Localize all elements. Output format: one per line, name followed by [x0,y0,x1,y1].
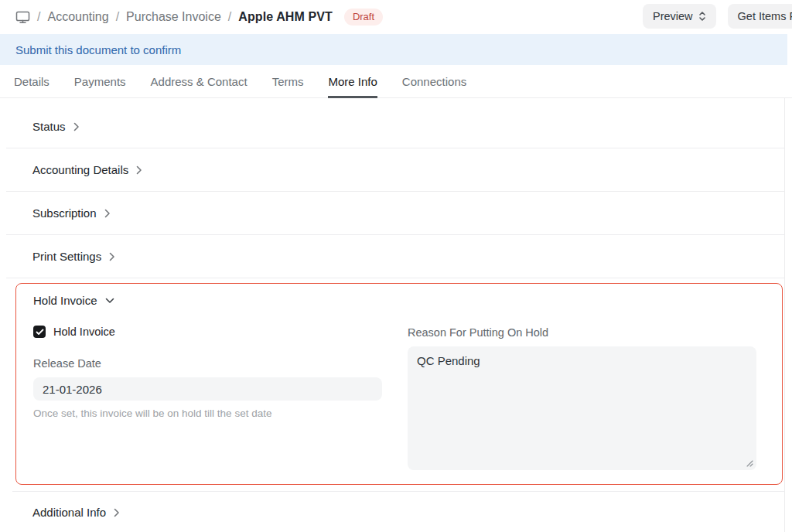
hold-invoice-fields: Hold Invoice Release Date Once set, this… [33,326,756,470]
section-additional-info[interactable]: Additional Info [6,492,784,532]
reason-textarea-wrap: QC Pending [408,346,756,470]
release-date-label: Release Date [33,357,382,370]
section-hold-invoice-header[interactable]: Hold Invoice [33,294,756,307]
get-items-button-label: Get Items F [738,10,792,22]
form-sections: Status Accounting Details Subscription P… [6,98,784,532]
preview-button[interactable]: Preview [643,4,716,29]
submit-banner: Submit this document to confirm [0,34,787,65]
section-hold-invoice-title: Hold Invoice [33,294,97,307]
chevron-right-icon [109,252,115,261]
header-actions: Preview Get Items F [643,4,792,29]
breadcrumb-separator: / [37,10,40,24]
section-subscription-label: Subscription [32,206,97,220]
monitor-icon[interactable] [15,10,30,24]
status-badge: Draft [344,9,383,26]
tab-details[interactable]: Details [14,65,50,98]
section-additional-info-label: Additional Info [32,506,106,519]
section-status[interactable]: Status [6,98,784,148]
breadcrumb-link-accounting[interactable]: Accounting [47,10,108,24]
tab-connections[interactable]: Connections [402,65,466,98]
header-bar: / Accounting / Purchase Invoice / Apple … [0,0,792,34]
reason-label: Reason For Putting On Hold [408,326,756,339]
submit-banner-message: Submit this document to confirm [15,43,181,56]
hold-invoice-left-column: Hold Invoice Release Date Once set, this… [33,326,382,470]
chevron-right-icon [73,122,80,131]
tab-more-info[interactable]: More Info [328,65,377,98]
purchase-invoice-page: / Accounting / Purchase Invoice / Apple … [0,0,792,532]
tab-terms[interactable]: Terms [272,65,304,98]
hold-invoice-checkbox[interactable] [33,326,46,338]
get-items-button[interactable]: Get Items F [728,4,792,29]
form-tabs: Details Payments Address & Contact Terms… [0,65,792,98]
tab-payments[interactable]: Payments [74,65,126,98]
reason-textarea[interactable]: QC Pending [408,346,756,470]
breadcrumb: / Accounting / Purchase Invoice / Apple … [15,9,383,26]
breadcrumb-separator: / [116,10,119,24]
release-date-input[interactable] [33,377,382,401]
section-accounting-details[interactable]: Accounting Details [6,148,784,192]
hold-invoice-checkbox-label: Hold Invoice [53,326,115,338]
hold-invoice-checkbox-field[interactable]: Hold Invoice [33,326,382,338]
section-hold-invoice-highlighted: Hold Invoice Hold Invoice Release Date [15,283,783,485]
vertical-scrollbar[interactable] [784,68,792,532]
section-print-settings[interactable]: Print Settings [6,235,784,278]
chevron-right-icon [114,508,120,517]
chevron-right-icon [104,209,111,218]
tab-address-contact[interactable]: Address & Contact [151,65,248,98]
breadcrumb-link-purchase-invoice[interactable]: Purchase Invoice [126,10,221,24]
chevron-down-icon [105,298,114,304]
section-print-settings-label: Print Settings [32,250,101,263]
hold-invoice-right-column: Reason For Putting On Hold QC Pending [408,326,756,470]
resize-handle-icon[interactable] [746,459,753,467]
section-subscription[interactable]: Subscription [6,192,784,235]
section-status-label: Status [32,120,66,133]
chevron-right-icon [136,165,142,175]
release-date-help-text: Once set, this invoice will be on hold t… [33,408,382,419]
breadcrumb-separator: / [228,10,231,24]
section-accounting-details-label: Accounting Details [32,163,128,176]
preview-button-label: Preview [653,10,693,22]
document-title: Apple AHM PVT [238,10,333,24]
select-chevrons-icon [698,11,706,22]
